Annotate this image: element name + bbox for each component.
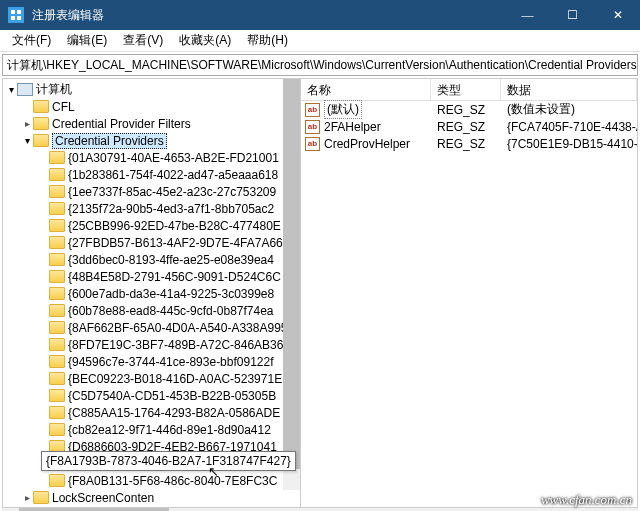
list-panel: 名称 类型 数据 ab(默认)REG_SZ(数值未设置)ab2FAHelperR… xyxy=(301,79,637,507)
tooltip: {F8A1793B-7873-4046-B2A7-1F318747F427} xyxy=(41,451,296,471)
tree-item-label: {3dd6bec0-8193-4ffe-ae25-e08e39ea4 xyxy=(68,253,274,267)
tree-item-label: {27FBDB57-B613-4AF2-9D7E-4FA7A66 xyxy=(68,236,283,250)
tree-item-label: {8FD7E19C-3BF7-489B-A72C-846AB36 xyxy=(68,338,283,352)
tree-item-label: {C5D7540A-CD51-453B-B22B-05305B xyxy=(68,389,276,403)
column-data[interactable]: 数据 xyxy=(501,79,637,100)
tree-item[interactable]: {8AF662BF-65A0-4D0A-A540-A338A995 xyxy=(3,319,300,336)
tree-item[interactable]: ▾计算机 xyxy=(3,81,300,98)
list-row[interactable]: ab2FAHelperREG_SZ{FCA7405F-710E-4438-ADE… xyxy=(301,118,637,135)
tree-item-label: {1b283861-754f-4022-ad47-a5eaaa618 xyxy=(68,168,278,182)
tree-item[interactable]: {cb82ea12-9f71-446d-89e1-8d90a412 xyxy=(3,421,300,438)
list-body: ab(默认)REG_SZ(数值未设置)ab2FAHelperREG_SZ{FCA… xyxy=(301,101,637,152)
tree-item-label: {C885AA15-1764-4293-B82A-0586ADE xyxy=(68,406,280,420)
watermark: www.cfan.com.cn xyxy=(541,492,632,508)
tree-item[interactable]: ▾Credential Providers xyxy=(3,132,300,149)
cursor-icon: ↖ xyxy=(208,464,219,479)
tree-item-label: LockScreenConten xyxy=(52,491,154,505)
list-row[interactable]: ab(默认)REG_SZ(数值未设置) xyxy=(301,101,637,118)
folder-icon xyxy=(49,338,65,351)
window-title: 注册表编辑器 xyxy=(32,7,505,24)
tree-item-label: 计算机 xyxy=(36,81,72,98)
content-area: ▾计算机CFL▸Credential Provider Filters▾Cred… xyxy=(2,78,638,508)
tree-item[interactable]: {25CBB996-92ED-47be-B28C-477480E xyxy=(3,217,300,234)
chevron-down-icon[interactable]: ▾ xyxy=(21,135,33,146)
tree-item-label: Credential Providers xyxy=(52,133,167,149)
value-name: CredProvHelper xyxy=(324,137,410,151)
tree-item[interactable]: {F8A0B131-5F68-486c-8040-7E8FC3C xyxy=(3,472,300,489)
value-data: {7C50E1E9-DB15-4410-89C5-D27F4 xyxy=(501,137,637,151)
folder-icon xyxy=(49,304,65,317)
value-type: REG_SZ xyxy=(431,120,501,134)
folder-icon xyxy=(49,253,65,266)
value-data: {FCA7405F-710E-4438-ADEE-FB35B xyxy=(501,120,637,134)
chevron-right-icon[interactable]: ▸ xyxy=(21,492,33,503)
folder-icon xyxy=(49,185,65,198)
tree-item[interactable]: {2135f72a-90b5-4ed3-a7f1-8bb705ac2 xyxy=(3,200,300,217)
tree-item[interactable]: CFL xyxy=(3,98,300,115)
maximize-button[interactable]: ☐ xyxy=(550,0,595,30)
menu-view[interactable]: 查看(V) xyxy=(115,30,171,51)
tree-item[interactable]: {1b283861-754f-4022-ad47-a5eaaa618 xyxy=(3,166,300,183)
tree-item[interactable]: ▸Credential Provider Filters xyxy=(3,115,300,132)
tree-item[interactable]: {BEC09223-B018-416D-A0AC-523971E xyxy=(3,370,300,387)
value-data: (数值未设置) xyxy=(501,101,637,118)
folder-icon xyxy=(49,270,65,283)
close-button[interactable]: ✕ xyxy=(595,0,640,30)
folder-icon xyxy=(49,423,65,436)
tree-item-label: {25CBB996-92ED-47be-B28C-477480E xyxy=(68,219,281,233)
tree-item[interactable]: {600e7adb-da3e-41a4-9225-3c0399e8 xyxy=(3,285,300,302)
chevron-down-icon[interactable]: ▾ xyxy=(5,84,17,95)
menu-bar: 文件(F) 编辑(E) 查看(V) 收藏夹(A) 帮助(H) xyxy=(0,30,640,52)
folder-icon xyxy=(49,236,65,249)
folder-icon xyxy=(49,474,65,487)
tree-item[interactable]: {94596c7e-3744-41ce-893e-bbf09122f xyxy=(3,353,300,370)
folder-icon xyxy=(33,100,49,113)
folder-icon xyxy=(33,134,49,147)
tree-item[interactable]: {48B4E58D-2791-456C-9091-D524C6C xyxy=(3,268,300,285)
tree-item[interactable]: {C885AA15-1764-4293-B82A-0586ADE xyxy=(3,404,300,421)
tree-item-label: Credential Provider Filters xyxy=(52,117,191,131)
tree-item[interactable]: {3dd6bec0-8193-4ffe-ae25-e08e39ea4 xyxy=(3,251,300,268)
tree-item[interactable]: ▸LockScreenConten xyxy=(3,489,300,506)
value-name: (默认) xyxy=(324,100,362,119)
tree-item[interactable]: {60b78e88-ead8-445c-9cfd-0b87f74ea xyxy=(3,302,300,319)
menu-file[interactable]: 文件(F) xyxy=(4,30,59,51)
folder-icon xyxy=(49,168,65,181)
tree-item[interactable]: ▸LogonUI xyxy=(3,506,300,507)
scrollbar-thumb[interactable] xyxy=(283,79,300,469)
folder-icon xyxy=(49,219,65,232)
string-value-icon: ab xyxy=(305,120,320,134)
tree-item-label: {600e7adb-da3e-41a4-9225-3c0399e8 xyxy=(68,287,274,301)
menu-help[interactable]: 帮助(H) xyxy=(239,30,296,51)
address-bar[interactable]: 计算机\HKEY_LOCAL_MACHINE\SOFTWARE\Microsof… xyxy=(2,54,638,76)
value-name: 2FAHelper xyxy=(324,120,381,134)
menu-edit[interactable]: 编辑(E) xyxy=(59,30,115,51)
vertical-scrollbar[interactable] xyxy=(283,79,300,490)
column-type[interactable]: 类型 xyxy=(431,79,501,100)
folder-icon xyxy=(49,287,65,300)
string-value-icon: ab xyxy=(305,137,320,151)
tree-item[interactable]: {01A30791-40AE-4653-AB2E-FD21001 xyxy=(3,149,300,166)
folder-icon xyxy=(33,117,49,130)
menu-favorites[interactable]: 收藏夹(A) xyxy=(171,30,239,51)
tree-item-label: {2135f72a-90b5-4ed3-a7f1-8bb705ac2 xyxy=(68,202,274,216)
folder-icon xyxy=(49,151,65,164)
folder-icon xyxy=(49,355,65,368)
tree-item-label: {94596c7e-3744-41ce-893e-bbf09122f xyxy=(68,355,274,369)
folder-icon xyxy=(49,321,65,334)
list-row[interactable]: abCredProvHelperREG_SZ{7C50E1E9-DB15-441… xyxy=(301,135,637,152)
tree-item[interactable]: {C5D7540A-CD51-453B-B22B-05305B xyxy=(3,387,300,404)
tree-item[interactable]: {1ee7337f-85ac-45e2-a23c-27c753209 xyxy=(3,183,300,200)
computer-icon xyxy=(17,83,33,96)
folder-icon xyxy=(49,389,65,402)
chevron-right-icon[interactable]: ▸ xyxy=(21,118,33,129)
tree-item[interactable]: {27FBDB57-B613-4AF2-9D7E-4FA7A66 xyxy=(3,234,300,251)
tree-item[interactable]: {8FD7E19C-3BF7-489B-A72C-846AB36 xyxy=(3,336,300,353)
folder-icon xyxy=(49,406,65,419)
list-header: 名称 类型 数据 xyxy=(301,79,637,101)
title-bar: 注册表编辑器 — ☐ ✕ xyxy=(0,0,640,30)
minimize-button[interactable]: — xyxy=(505,0,550,30)
column-name[interactable]: 名称 xyxy=(301,79,431,100)
tree-item-label: {BEC09223-B018-416D-A0AC-523971E xyxy=(68,372,282,386)
tree-item-label: {48B4E58D-2791-456C-9091-D524C6C xyxy=(68,270,281,284)
